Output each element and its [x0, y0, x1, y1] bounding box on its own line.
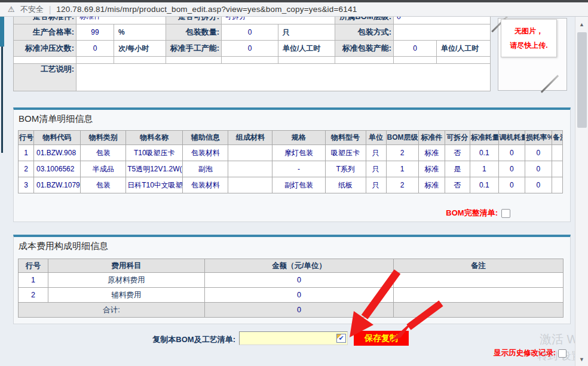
column-header: BOM层级: [386, 131, 418, 145]
cell: 0.1: [470, 177, 498, 193]
cell: 是: [445, 161, 470, 177]
cell: [394, 273, 564, 288]
field-label: 工艺说明:: [14, 64, 76, 91]
left-frame-scroll-thumb[interactable]: [0, 17, 4, 47]
scrollbar-thumb[interactable]: [577, 32, 587, 128]
cell: 1: [19, 273, 48, 288]
page-url[interactable]: 120.78.69.81/mis/mrp/product_bom_edit.as…: [56, 5, 357, 14]
field-label: 包装方式:: [335, 24, 394, 41]
cell: 2: [19, 288, 48, 303]
column-header: 组成材料: [228, 131, 272, 145]
cell: 标准: [418, 177, 445, 193]
product-bom-form: 是否标准件: 标准件 是否可拆分: 可拆分 所属BOM层级: 0 生产合格率: …: [13, 17, 491, 91]
bom-complete-checkbox[interactable]: [501, 209, 510, 218]
field-value: [394, 24, 491, 41]
cell: 辅料费用: [48, 288, 205, 303]
bom-header-row: 行号 物料代码 物料类别 物料名称 辅助信息 组成材料 规格 物料型号 单位 B…: [19, 131, 563, 145]
browser-address-bar[interactable]: ⚠ 不安全 | 120.78.69.81/mis/mrp/product_bom…: [0, 2, 588, 17]
photo-corner-mark: [541, 75, 559, 93]
show-history-checkbox[interactable]: [558, 349, 566, 358]
cost-table: 行号 费用科目 金额（元/单位） 备注 1 原材料费用 0 2 辅料费用 0 合…: [18, 259, 564, 318]
cell: 半成品: [81, 161, 126, 177]
security-label: 不安全: [20, 4, 44, 15]
field-value: 可拆分: [222, 17, 335, 24]
warning-triangle-icon: ⚠: [8, 5, 15, 13]
cell: T5透明12V1.2W(2W: [126, 161, 183, 177]
cell: 否: [445, 145, 470, 161]
bom-panel-title: BOM清单明细信息: [19, 113, 570, 125]
column-header: 标准件: [418, 131, 445, 145]
cell: [394, 288, 564, 303]
column-header: 行号: [19, 131, 34, 145]
cell: 标准: [418, 145, 445, 161]
total-value: 0: [205, 303, 394, 318]
column-header: 备注: [552, 131, 562, 145]
column-header: 金额（元/单位）: [205, 259, 394, 273]
cell: [228, 161, 272, 177]
field-value: 99: [76, 24, 114, 41]
field-label: 包装数量:: [166, 24, 222, 41]
cost-header-row: 行号 费用科目 金额（元/单位） 备注: [19, 259, 564, 273]
cell: 日科T10中文吸塑压卡: [126, 177, 183, 193]
field-unit: 单位/人工时: [278, 41, 335, 57]
bom-complete-label: BOM完整清单:: [446, 208, 498, 219]
field-label: 标准冲压次数:: [14, 41, 76, 57]
show-history-label: 显示历史修改记录:: [494, 348, 556, 358]
column-header: 物料型号: [325, 131, 366, 145]
cost-panel-title: 成本费用构成明细信息: [19, 241, 570, 252]
cell: [552, 177, 562, 193]
table-row: 2 03.1006562 半成品 T5透明12V1.2W(2W 副泡 - T系列…: [19, 161, 563, 177]
scroll-up-icon[interactable]: ▲: [575, 21, 588, 27]
save-copy-button[interactable]: 保存复制: [354, 331, 409, 346]
column-header: 物料名称: [126, 131, 183, 145]
cell: 纸板: [325, 177, 366, 193]
field-label: 标准包装产能:: [335, 41, 394, 57]
column-header: 物料代码: [34, 131, 81, 145]
cell: 01.BZW.908: [34, 145, 81, 161]
field-unit: 只: [278, 24, 335, 41]
table-row: 1 01.BZW.908 包装 T10吸塑压卡 包装材料 摩灯包装 吸塑压卡 只…: [19, 145, 563, 161]
picker-icon[interactable]: ✔: [336, 334, 346, 343]
cell: [552, 161, 562, 177]
field-label: 是否标准件:: [14, 17, 76, 24]
product-image-frame: 无图片， 请尽快上传.: [498, 18, 567, 91]
cell: 1: [386, 161, 418, 177]
column-header: 行号: [19, 259, 48, 273]
field-value: 0: [222, 24, 278, 41]
scroll-down-icon[interactable]: ▼: [575, 356, 588, 362]
vertical-scrollbar[interactable]: ▲ ▼: [575, 17, 588, 366]
field-value: 标准件: [76, 17, 166, 24]
cell: 副灯包装: [272, 177, 325, 193]
total-label: 合计:: [19, 303, 205, 318]
copy-bom-input[interactable]: [239, 331, 348, 345]
cell: 只: [366, 161, 386, 177]
cost-total-row: 合计: 0: [19, 303, 564, 318]
column-header: 调机耗量: [498, 131, 525, 145]
cell: [228, 177, 272, 193]
cell: 0: [205, 288, 394, 303]
cell: 0: [525, 177, 552, 193]
cell: 0: [498, 161, 525, 177]
table-row: 3 01.BZW.1079 包装 日科T10中文吸塑压卡 包装材料 副灯包装 纸…: [19, 177, 563, 193]
field-label: 所属BOM层级:: [335, 17, 394, 24]
cell: 否: [445, 177, 470, 193]
cell: -: [272, 161, 325, 177]
cell: 摩灯包装: [272, 145, 325, 161]
cell: 3: [19, 177, 34, 193]
cell: 包装材料: [183, 177, 228, 193]
table-row: 1 原材料费用 0: [19, 273, 564, 288]
cell: 0: [498, 177, 525, 193]
field-unit: %: [114, 24, 166, 41]
cell: [552, 145, 562, 161]
cell: 原材料费用: [48, 273, 205, 288]
cell: 01.BZW.1079: [34, 177, 81, 193]
cell: 2: [386, 177, 418, 193]
cost-detail-panel: 成本费用构成明细信息 行号 费用科目 金额（元/单位） 备注 1 原材料费用 0…: [13, 235, 571, 324]
cell: 只: [366, 177, 386, 193]
column-header: 标准耗量: [470, 131, 498, 145]
column-header: 备注: [394, 259, 564, 273]
bom-detail-panel: BOM清单明细信息 行号 物料代码 物料类别 物料名称 辅助信息 组成材料 规格…: [13, 107, 571, 222]
cell: 0.1: [470, 145, 498, 161]
field-unit: 次/每小时: [114, 41, 166, 57]
cell: T10吸塑压卡: [126, 145, 183, 161]
